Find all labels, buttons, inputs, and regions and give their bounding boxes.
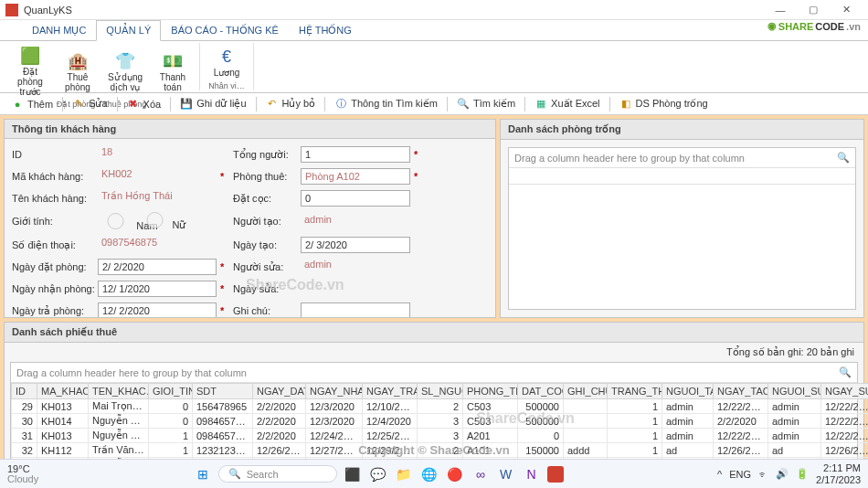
col-header[interactable]: MA_KHACH…: [37, 384, 89, 399]
calendar-icon: 🟩: [19, 45, 41, 67]
val-sdt: 0987546875: [98, 237, 217, 253]
btn-timkiem[interactable]: 🔍Tìm kiếm: [451, 96, 521, 112]
info-icon: ⓘ: [334, 98, 347, 111]
payment-icon: 💵: [162, 50, 184, 72]
col-header[interactable]: NGAY_NHAN: [306, 384, 363, 399]
inp-ngaynhan[interactable]: [98, 281, 217, 297]
inp-ngaydat[interactable]: [98, 259, 217, 275]
tab-quanly[interactable]: QUẢN LÝ: [96, 20, 161, 41]
search-icon: 🔍: [457, 98, 470, 111]
taskview-icon[interactable]: ⬛: [343, 464, 363, 484]
onenote-icon[interactable]: N: [522, 464, 542, 484]
taskbar-search[interactable]: 🔍Search: [218, 465, 337, 483]
btn-ghi-du-lieu[interactable]: 💾Ghi dữ liệu: [175, 96, 251, 112]
btn-luong[interactable]: €Lương: [204, 43, 249, 80]
inp-ghichu[interactable]: [301, 302, 410, 317]
btn-them[interactable]: ●Thêm: [5, 96, 58, 112]
app-taskbar-icon[interactable]: [547, 466, 564, 483]
col-header[interactable]: NGAY_DAT…: [253, 384, 306, 399]
inp-tongnguoi[interactable]: [301, 146, 410, 163]
table-row[interactable]: 29KH013Mai Trọng …01564789652/2/202012/3…: [12, 399, 869, 414]
btn-xuat-excel[interactable]: ▦Xuất Excel: [529, 96, 605, 112]
col-header[interactable]: SDT: [193, 384, 253, 399]
table-row[interactable]: 32KH112Trần Văn H…1123212321212/26/20201…: [12, 443, 869, 458]
inp-phongthue[interactable]: [301, 168, 410, 185]
tray-chevron-icon[interactable]: ^: [717, 469, 722, 480]
excel-icon: ▦: [535, 98, 547, 111]
col-header[interactable]: SL_NGUOI: [418, 384, 463, 399]
start-button[interactable]: ⊞: [193, 464, 213, 484]
col-header[interactable]: ID: [12, 384, 37, 399]
wifi-icon[interactable]: ᯤ: [758, 469, 768, 480]
search-icon[interactable]: 🔍: [837, 152, 850, 164]
lbl-tenkh: Tên khách hàng:: [12, 193, 94, 204]
summary-count: Tổng số bản ghi: 20 bản ghi: [5, 343, 863, 362]
lbl-ngaytra: Ngày trả phòng:: [12, 305, 94, 317]
col-header[interactable]: DAT_COC: [518, 384, 564, 399]
col-header[interactable]: PHONG_TH…: [463, 384, 518, 399]
val-makh: KH002: [98, 168, 217, 185]
table-row[interactable]: 31KH013Nguyễn Vă…109846574562/2/202012/2…: [12, 429, 869, 443]
panel-customer-info: Thông tin khách hàng ID18 Tổng người:* M…: [4, 119, 496, 318]
col-header[interactable]: NGAY_SUA: [821, 384, 869, 399]
lbl-ngaytao: Ngày tạo:: [233, 239, 297, 251]
btn-xoa[interactable]: ✖Xóa: [122, 96, 167, 112]
btn-thanhtoan[interactable]: 💵Thanh toán: [150, 43, 196, 99]
inp-datcoc[interactable]: [301, 190, 410, 207]
tab-danhmuc[interactable]: DANH MỤC: [22, 20, 96, 40]
col-header[interactable]: NGAY_TRA…: [363, 384, 418, 399]
vs-icon[interactable]: ∞: [471, 464, 491, 484]
lbl-datcoc: Đặt cọc:: [233, 193, 297, 205]
lbl-nguoisua: Người sửa:: [233, 261, 297, 273]
col-header[interactable]: GHI_CHU: [564, 384, 608, 399]
content-area: Thông tin khách hàng ID18 Tổng người:* M…: [0, 115, 868, 322]
btn-huy-bo[interactable]: ↶Hủy bỏ: [260, 96, 322, 112]
euro-icon: €: [216, 46, 238, 68]
lbl-nguoitao: Người tạo:: [233, 216, 297, 228]
lbl-ngaysua: Ngày sửa:: [233, 283, 297, 295]
panel-phieu-title: Danh sách phiếu thuê: [5, 323, 863, 343]
volume-icon[interactable]: 🔊: [776, 468, 789, 480]
col-header[interactable]: TRANG_THAI: [608, 384, 662, 399]
ribbon-body: 🟩Đặt phòng trước 🏨Thuê phòng 👕Sử dụng dị…: [0, 40, 868, 93]
customer-form: ID18 Tổng người:* Mã khách hàng:KH002* P…: [12, 146, 488, 317]
search-icon: 🔍: [228, 468, 241, 480]
col-header[interactable]: TEN_KHAC…: [89, 384, 149, 399]
btn-thuephong[interactable]: 🏨Thuê phòng: [55, 43, 101, 99]
explorer-icon[interactable]: 📁: [394, 464, 414, 484]
radio-nu[interactable]: [141, 212, 169, 228]
maximize-button[interactable]: ▢: [797, 0, 830, 20]
battery-icon[interactable]: 🔋: [796, 468, 809, 480]
taskbar: 19°CCloudy ⊞ 🔍Search ⬛ 💬 📁 🌐 🔴 ∞ W N ^ E…: [0, 459, 868, 488]
col-header[interactable]: NGUOI_SUA: [768, 384, 821, 399]
tab-hethong[interactable]: HỆ THỐNG: [289, 20, 362, 40]
edge-icon[interactable]: 🌐: [419, 464, 439, 484]
word-icon[interactable]: W: [496, 464, 516, 484]
close-button[interactable]: ✕: [830, 0, 863, 20]
radio-gioitinh: Nam Nữ: [98, 212, 217, 231]
search-icon-2[interactable]: 🔍: [839, 366, 852, 378]
weather-widget[interactable]: 19°CCloudy: [7, 464, 38, 484]
lang-indicator[interactable]: ENG: [729, 469, 751, 480]
col-header[interactable]: NGUOI_TAO: [662, 384, 714, 399]
tab-baocao[interactable]: BÁO CÁO - THỐNG KÊ: [161, 20, 289, 40]
grid-empty-rooms[interactable]: Drag a column header here to group by th…: [508, 147, 856, 310]
btn-sudung-dichvu[interactable]: 👕Sử dụng dịch vụ: [102, 43, 148, 99]
table-row[interactable]: 30KH014Nguyễn Hồ…009846574562/2/202012/3…: [12, 414, 869, 429]
datetime[interactable]: 2:11 PM2/17/2023: [816, 462, 861, 484]
col-header[interactable]: GIOI_TINH: [149, 384, 193, 399]
inp-ngaytra[interactable]: [98, 302, 217, 317]
radio-nam[interactable]: [98, 213, 133, 229]
panel-rooms-title: Danh sách phòng trống: [501, 120, 863, 140]
toolbar: ●Thêm ✎Sửa ✖Xóa 💾Ghi dữ liệu ↶Hủy bỏ ⓘTh…: [0, 93, 868, 115]
btn-thongtin-timkiem[interactable]: ⓘThông tin Tìm kiếm: [329, 96, 443, 112]
chat-icon[interactable]: 💬: [368, 464, 388, 484]
chrome-icon[interactable]: 🔴: [445, 464, 465, 484]
inp-ngaytao[interactable]: [301, 237, 410, 253]
col-header[interactable]: NGAY_TAO: [714, 384, 768, 399]
btn-datphong-truoc[interactable]: 🟩Đặt phòng trước: [7, 43, 53, 99]
btn-ds-phong-trong[interactable]: ◧DS Phòng trống: [614, 96, 714, 112]
minimize-button[interactable]: —: [764, 0, 797, 20]
val-ngaysua: ShareCode.vn: [301, 281, 410, 297]
btn-sua[interactable]: ✎Sửa: [67, 96, 112, 112]
